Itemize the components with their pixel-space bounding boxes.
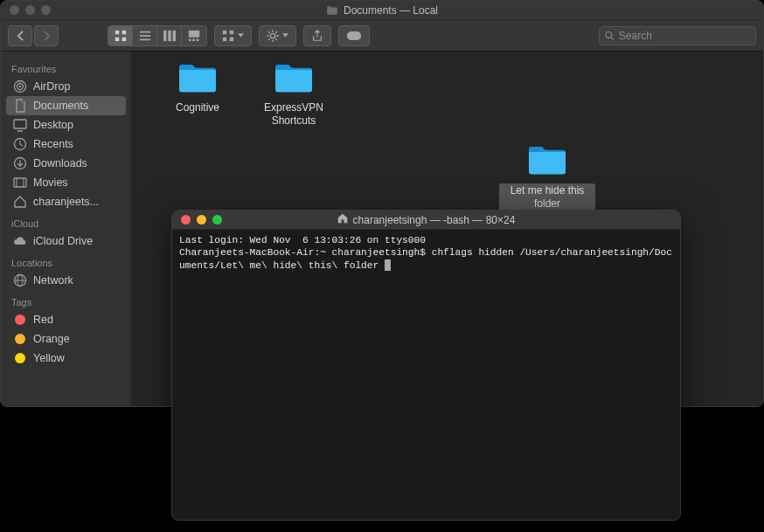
minimize-button[interactable] [25, 5, 35, 15]
view-switcher [108, 25, 207, 46]
svg-rect-19 [347, 31, 361, 40]
share-icon [311, 30, 323, 42]
svg-rect-29 [14, 178, 26, 187]
svg-rect-5 [139, 35, 149, 37]
network-icon [13, 273, 27, 287]
sidebar-section-header: iCloud [1, 211, 131, 231]
folder-cognitive[interactable]: Cognitive [149, 60, 246, 114]
home-icon [13, 195, 27, 209]
terminal-body[interactable]: Last login: Wed Nov 6 13:03:26 on ttys00… [172, 230, 680, 276]
home-icon [337, 213, 348, 226]
svg-rect-9 [172, 30, 176, 40]
airdrop-icon [13, 79, 27, 93]
desktop-icon [13, 118, 27, 132]
sidebar-item-charanjeets-[interactable]: charanjeets... [1, 192, 131, 211]
svg-rect-17 [230, 37, 233, 40]
arrange-button[interactable] [214, 25, 252, 46]
sidebar-item-label: AirDrop [33, 80, 70, 93]
sidebar-section-header: Locations [1, 251, 131, 271]
sidebar-item-label: Desktop [33, 119, 73, 131]
close-button[interactable] [10, 5, 19, 15]
folder-icon [177, 60, 219, 99]
list-view-button[interactable] [133, 26, 157, 45]
chevron-down-icon [282, 33, 288, 38]
sidebar-item-label: charanjeets... [33, 196, 99, 208]
fullscreen-button[interactable] [41, 5, 51, 15]
documents-icon [13, 99, 27, 113]
column-view-button[interactable] [157, 26, 182, 45]
sidebar-item-yellow[interactable]: Yellow [1, 349, 131, 368]
sidebar-item-orange[interactable]: Orange [1, 329, 131, 349]
folder-let-me-hide-this-folder[interactable]: Let me hide this folder [499, 142, 595, 211]
terminal-titlebar[interactable]: charanjeetsingh — -bash — 80×24 [172, 211, 680, 230]
forward-button[interactable] [34, 25, 59, 46]
svg-rect-0 [115, 30, 118, 33]
sidebar-item-label: Recents [33, 138, 73, 150]
svg-rect-10 [189, 30, 199, 37]
downloads-icon [13, 156, 27, 170]
window-title: Documents — Local [326, 4, 438, 17]
sidebar-item-red[interactable]: Red [1, 310, 131, 329]
finder-toolbar [1, 20, 763, 52]
svg-rect-4 [139, 31, 149, 32]
fullscreen-button[interactable] [212, 215, 222, 225]
tag [13, 332, 27, 346]
window-title-text: Documents — Local [344, 4, 438, 17]
svg-rect-13 [197, 38, 199, 41]
sidebar-item-icloud-drive[interactable]: iCloud Drive [1, 231, 131, 251]
gear-icon [267, 30, 279, 42]
folder-icon [526, 142, 568, 181]
svg-rect-14 [223, 30, 226, 33]
svg-rect-6 [139, 38, 149, 40]
sidebar-item-label: Movies [33, 176, 68, 189]
sidebar-item-airdrop[interactable]: AirDrop [1, 77, 131, 96]
svg-rect-15 [230, 30, 233, 33]
svg-rect-12 [192, 38, 195, 41]
sidebar-item-label: Downloads [33, 157, 87, 169]
svg-rect-11 [189, 38, 191, 41]
icloud-icon [13, 234, 27, 248]
terminal-window: charanjeetsingh — -bash — 80×24 Last log… [171, 210, 681, 521]
tags-button[interactable] [338, 25, 370, 46]
sidebar-item-network[interactable]: Network [1, 271, 131, 290]
chevron-down-icon [238, 33, 244, 38]
svg-rect-3 [122, 37, 125, 40]
close-button[interactable] [181, 215, 191, 225]
folder-label: Let me hide this folder [499, 183, 595, 211]
search-input[interactable] [619, 30, 750, 42]
share-button[interactable] [303, 25, 331, 46]
tag-icon [346, 31, 362, 41]
recents-icon [13, 137, 27, 151]
sidebar-item-label: Yellow [33, 352, 65, 364]
sidebar-item-desktop[interactable]: Desktop [1, 115, 131, 135]
folder-expressvpn-shortcuts[interactable]: ExpressVPN Shortcuts [246, 60, 342, 128]
folder-icon [273, 60, 315, 99]
sidebar: FavouritesAirDropDocumentsDesktopRecents… [1, 52, 132, 406]
svg-line-21 [611, 37, 614, 39]
svg-rect-7 [163, 30, 167, 40]
action-button[interactable] [259, 25, 296, 46]
sidebar-item-recents[interactable]: Recents [1, 135, 131, 154]
sidebar-section-header: Tags [1, 290, 131, 310]
folder-label: ExpressVPN Shortcuts [246, 101, 342, 128]
terminal-traffic-lights [181, 215, 222, 225]
sidebar-item-documents[interactable]: Documents [6, 96, 126, 115]
sidebar-item-label: Network [33, 274, 73, 287]
sidebar-item-downloads[interactable]: Downloads [1, 154, 131, 173]
back-button[interactable] [8, 25, 32, 46]
svg-point-24 [19, 86, 21, 87]
sidebar-item-movies[interactable]: Movies [1, 173, 131, 192]
minimize-button[interactable] [197, 215, 206, 225]
movies-icon [13, 176, 27, 190]
svg-rect-2 [115, 37, 118, 40]
tag [13, 313, 27, 327]
svg-point-18 [270, 33, 274, 38]
search-box[interactable] [599, 26, 756, 45]
folder-icon [326, 5, 338, 16]
svg-rect-25 [14, 120, 26, 128]
gallery-view-button[interactable] [182, 26, 206, 45]
svg-rect-16 [223, 37, 226, 40]
folder-label: Cognitive [176, 101, 219, 114]
icon-view-button[interactable] [108, 26, 133, 45]
finder-titlebar[interactable]: Documents — Local [1, 1, 763, 20]
